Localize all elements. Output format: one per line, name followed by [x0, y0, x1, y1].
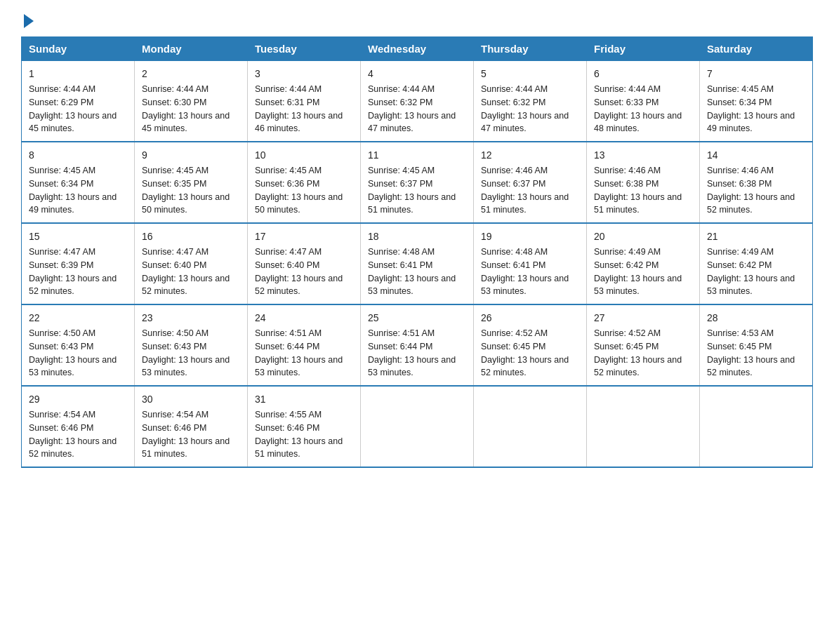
calendar-header-sunday: Sunday	[22, 37, 135, 61]
calendar-cell: 19Sunrise: 4:48 AMSunset: 6:41 PMDayligh…	[474, 223, 587, 304]
calendar-cell	[700, 386, 813, 467]
day-number: 8	[29, 148, 127, 163]
day-number: 13	[594, 148, 692, 163]
day-number: 18	[368, 229, 466, 244]
day-number: 26	[481, 311, 579, 326]
calendar-cell: 5Sunrise: 4:44 AMSunset: 6:32 PMDaylight…	[474, 61, 587, 142]
calendar-cell: 12Sunrise: 4:46 AMSunset: 6:37 PMDayligh…	[474, 142, 587, 223]
day-number: 5	[481, 67, 579, 81]
calendar-cell: 10Sunrise: 4:45 AMSunset: 6:36 PMDayligh…	[248, 142, 361, 223]
calendar-week-row: 8Sunrise: 4:45 AMSunset: 6:34 PMDaylight…	[22, 142, 813, 223]
calendar-header-monday: Monday	[135, 37, 248, 61]
day-number: 10	[255, 148, 353, 163]
calendar-table: SundayMondayTuesdayWednesdayThursdayFrid…	[21, 36, 813, 468]
calendar-cell	[587, 386, 700, 467]
calendar-cell	[361, 386, 474, 467]
calendar-cell: 11Sunrise: 4:45 AMSunset: 6:37 PMDayligh…	[361, 142, 474, 223]
calendar-header-saturday: Saturday	[700, 37, 813, 61]
day-number: 7	[707, 67, 805, 81]
calendar-cell: 3Sunrise: 4:44 AMSunset: 6:31 PMDaylight…	[248, 61, 361, 142]
day-number: 19	[481, 229, 579, 244]
calendar-cell: 22Sunrise: 4:50 AMSunset: 6:43 PMDayligh…	[22, 304, 135, 386]
calendar-cell: 27Sunrise: 4:52 AMSunset: 6:45 PMDayligh…	[587, 304, 700, 386]
day-number: 15	[29, 229, 127, 244]
calendar-cell: 9Sunrise: 4:45 AMSunset: 6:35 PMDaylight…	[135, 142, 248, 223]
day-number: 30	[142, 392, 240, 407]
calendar-header-tuesday: Tuesday	[248, 37, 361, 61]
calendar-cell: 15Sunrise: 4:47 AMSunset: 6:39 PMDayligh…	[22, 223, 135, 304]
logo	[21, 14, 34, 25]
calendar-header-row: SundayMondayTuesdayWednesdayThursdayFrid…	[22, 37, 813, 61]
calendar-cell: 17Sunrise: 4:47 AMSunset: 6:40 PMDayligh…	[248, 223, 361, 304]
calendar-cell	[474, 386, 587, 467]
calendar-header-thursday: Thursday	[474, 37, 587, 61]
calendar-header-wednesday: Wednesday	[361, 37, 474, 61]
day-number: 17	[255, 229, 353, 244]
day-number: 27	[594, 311, 692, 326]
calendar-cell: 20Sunrise: 4:49 AMSunset: 6:42 PMDayligh…	[587, 223, 700, 304]
calendar-week-row: 15Sunrise: 4:47 AMSunset: 6:39 PMDayligh…	[22, 223, 813, 304]
day-number: 31	[255, 392, 353, 407]
day-number: 9	[142, 148, 240, 163]
calendar-cell: 14Sunrise: 4:46 AMSunset: 6:38 PMDayligh…	[700, 142, 813, 223]
logo-arrow-icon	[24, 14, 34, 28]
day-number: 22	[29, 311, 127, 326]
day-number: 28	[707, 311, 805, 326]
day-number: 12	[481, 148, 579, 163]
day-number: 29	[29, 392, 127, 407]
page-header	[21, 14, 813, 25]
calendar-cell: 30Sunrise: 4:54 AMSunset: 6:46 PMDayligh…	[135, 386, 248, 467]
calendar-cell: 31Sunrise: 4:55 AMSunset: 6:46 PMDayligh…	[248, 386, 361, 467]
day-number: 24	[255, 311, 353, 326]
calendar-cell: 1Sunrise: 4:44 AMSunset: 6:29 PMDaylight…	[22, 61, 135, 142]
calendar-cell: 25Sunrise: 4:51 AMSunset: 6:44 PMDayligh…	[361, 304, 474, 386]
calendar-cell: 29Sunrise: 4:54 AMSunset: 6:46 PMDayligh…	[22, 386, 135, 467]
calendar-cell: 28Sunrise: 4:53 AMSunset: 6:45 PMDayligh…	[700, 304, 813, 386]
day-number: 23	[142, 311, 240, 326]
day-number: 21	[707, 229, 805, 244]
calendar-week-row: 1Sunrise: 4:44 AMSunset: 6:29 PMDaylight…	[22, 61, 813, 142]
day-number: 11	[368, 148, 466, 163]
calendar-week-row: 22Sunrise: 4:50 AMSunset: 6:43 PMDayligh…	[22, 304, 813, 386]
day-number: 1	[29, 67, 127, 81]
calendar-cell: 24Sunrise: 4:51 AMSunset: 6:44 PMDayligh…	[248, 304, 361, 386]
calendar-cell: 8Sunrise: 4:45 AMSunset: 6:34 PMDaylight…	[22, 142, 135, 223]
day-number: 16	[142, 229, 240, 244]
calendar-cell: 7Sunrise: 4:45 AMSunset: 6:34 PMDaylight…	[700, 61, 813, 142]
day-number: 2	[142, 67, 240, 81]
calendar-cell: 23Sunrise: 4:50 AMSunset: 6:43 PMDayligh…	[135, 304, 248, 386]
calendar-cell: 21Sunrise: 4:49 AMSunset: 6:42 PMDayligh…	[700, 223, 813, 304]
calendar-cell: 26Sunrise: 4:52 AMSunset: 6:45 PMDayligh…	[474, 304, 587, 386]
calendar-week-row: 29Sunrise: 4:54 AMSunset: 6:46 PMDayligh…	[22, 386, 813, 467]
calendar-cell: 18Sunrise: 4:48 AMSunset: 6:41 PMDayligh…	[361, 223, 474, 304]
calendar-cell: 6Sunrise: 4:44 AMSunset: 6:33 PMDaylight…	[587, 61, 700, 142]
calendar-header-friday: Friday	[587, 37, 700, 61]
calendar-cell: 4Sunrise: 4:44 AMSunset: 6:32 PMDaylight…	[361, 61, 474, 142]
calendar-cell: 2Sunrise: 4:44 AMSunset: 6:30 PMDaylight…	[135, 61, 248, 142]
day-number: 20	[594, 229, 692, 244]
day-number: 25	[368, 311, 466, 326]
day-number: 4	[368, 67, 466, 81]
day-number: 6	[594, 67, 692, 81]
calendar-cell: 16Sunrise: 4:47 AMSunset: 6:40 PMDayligh…	[135, 223, 248, 304]
day-number: 14	[707, 148, 805, 163]
day-number: 3	[255, 67, 353, 81]
calendar-cell: 13Sunrise: 4:46 AMSunset: 6:38 PMDayligh…	[587, 142, 700, 223]
